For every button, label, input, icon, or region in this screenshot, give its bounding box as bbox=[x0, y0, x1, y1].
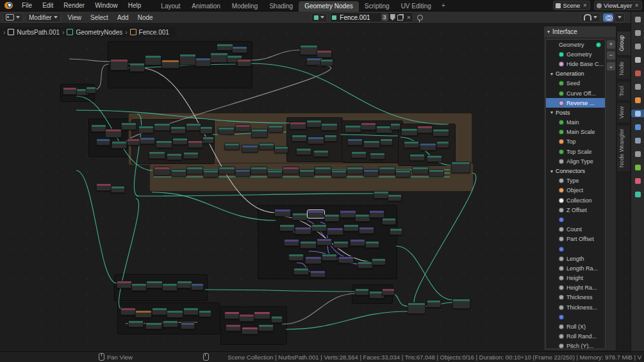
node[interactable] bbox=[404, 141, 419, 148]
node[interactable] bbox=[219, 167, 235, 174]
node[interactable] bbox=[370, 152, 385, 160]
interface-item-geometry[interactable]: Geometry bbox=[546, 49, 605, 59]
node[interactable] bbox=[359, 227, 374, 234]
menu-edit[interactable]: Edit bbox=[37, 0, 58, 12]
node[interactable] bbox=[121, 122, 136, 130]
breadcrumb-item-geometrynodes[interactable]: GeometryNodes bbox=[76, 29, 122, 36]
node[interactable] bbox=[322, 254, 337, 261]
node[interactable] bbox=[145, 322, 162, 329]
workspace-tab-animation[interactable]: Animation bbox=[186, 1, 226, 12]
interface-item-collection[interactable]: Collection bbox=[546, 195, 605, 205]
interface-item-align-type[interactable]: Align Type bbox=[546, 156, 605, 166]
node[interactable] bbox=[345, 125, 361, 133]
node[interactable] bbox=[195, 58, 211, 67]
editor-menu-select[interactable]: Select bbox=[86, 12, 113, 24]
properties-tab-object-data[interactable] bbox=[634, 163, 641, 171]
interface-item-curve-off[interactable]: Curve Off... bbox=[546, 88, 605, 98]
node[interactable] bbox=[427, 155, 442, 162]
snapping-button[interactable] bbox=[581, 13, 600, 22]
editor-menu-view[interactable]: View bbox=[63, 12, 87, 24]
node[interactable] bbox=[135, 310, 152, 318]
editor-type-selector[interactable] bbox=[3, 13, 23, 22]
node[interactable] bbox=[390, 228, 402, 235]
breadcrumb-item-fence-001[interactable]: Fence.001 bbox=[139, 29, 169, 36]
node[interactable] bbox=[374, 191, 389, 199]
node[interactable] bbox=[347, 138, 363, 145]
node[interactable] bbox=[170, 126, 186, 134]
node[interactable] bbox=[127, 138, 141, 145]
node[interactable] bbox=[154, 123, 170, 131]
scene-selector[interactable]: Scene ✕ bbox=[553, 1, 590, 10]
node[interactable] bbox=[279, 224, 295, 231]
node[interactable] bbox=[161, 60, 179, 69]
interface-item-hide-base-c[interactable]: Hide Base C... bbox=[546, 59, 605, 69]
node[interactable] bbox=[380, 138, 393, 145]
node[interactable] bbox=[292, 135, 307, 142]
interface-item-top[interactable]: Top bbox=[546, 137, 605, 147]
node[interactable] bbox=[188, 140, 203, 148]
unlink-node-group-button[interactable]: ✕ bbox=[406, 15, 412, 21]
properties-tab-constraints[interactable] bbox=[634, 150, 641, 158]
node-group-browse-button[interactable] bbox=[311, 13, 327, 22]
node[interactable] bbox=[128, 320, 144, 327]
node[interactable] bbox=[268, 125, 283, 133]
properties-tab-scene[interactable] bbox=[634, 69, 641, 77]
node[interactable] bbox=[311, 224, 327, 231]
node[interactable] bbox=[347, 167, 363, 174]
node[interactable] bbox=[408, 302, 425, 314]
sidebar-tab-node[interactable]: Node bbox=[616, 57, 631, 80]
node[interactable] bbox=[321, 123, 338, 131]
node[interactable] bbox=[310, 270, 326, 277]
node[interactable] bbox=[327, 227, 343, 235]
node[interactable] bbox=[320, 59, 333, 66]
node[interactable] bbox=[363, 140, 380, 148]
node[interactable] bbox=[181, 322, 195, 329]
node[interactable] bbox=[331, 170, 347, 177]
node[interactable] bbox=[283, 167, 299, 174]
node[interactable] bbox=[317, 50, 332, 58]
interface-item-geometry[interactable]: Geometry bbox=[546, 40, 605, 49]
node[interactable] bbox=[365, 241, 379, 248]
node[interactable] bbox=[372, 258, 386, 265]
node[interactable] bbox=[156, 140, 172, 148]
node[interactable] bbox=[96, 183, 111, 191]
node[interactable] bbox=[361, 122, 376, 130]
node[interactable] bbox=[251, 129, 268, 138]
properties-tab-view-layer[interactable] bbox=[634, 56, 641, 63]
node[interactable] bbox=[395, 170, 411, 177]
node[interactable] bbox=[350, 239, 365, 246]
node[interactable] bbox=[254, 311, 270, 319]
interface-item-reverse[interactable]: Reverse ... bbox=[546, 98, 605, 108]
node[interactable] bbox=[224, 311, 240, 319]
node[interactable] bbox=[427, 300, 441, 308]
node[interactable] bbox=[179, 54, 196, 65]
node[interactable] bbox=[340, 210, 356, 218]
node[interactable] bbox=[183, 308, 199, 315]
interface-item-seed[interactable]: Seed bbox=[546, 79, 605, 88]
interface-panel-header[interactable]: ▾ Interface bbox=[544, 26, 616, 38]
menu-window[interactable]: Window bbox=[90, 0, 123, 12]
node[interactable] bbox=[63, 87, 77, 95]
node[interactable] bbox=[131, 283, 147, 291]
workspace-tab-layout[interactable]: Layout bbox=[155, 1, 186, 12]
interface-section-generation[interactable]: ▾Generation bbox=[546, 69, 605, 79]
node[interactable] bbox=[299, 169, 315, 177]
properties-tab-world[interactable] bbox=[634, 83, 641, 90]
node[interactable] bbox=[237, 59, 251, 67]
node[interactable] bbox=[338, 256, 354, 263]
properties-tab-physics[interactable] bbox=[634, 136, 641, 144]
sidebar-tab-tool[interactable]: Tool bbox=[616, 81, 631, 101]
node[interactable] bbox=[258, 324, 274, 331]
menu-file[interactable]: File bbox=[17, 0, 37, 12]
interface-item-top-scale[interactable]: Top Scale bbox=[546, 147, 605, 156]
interface-item-part-offset[interactable]: Part Offset bbox=[546, 234, 605, 244]
menu-render[interactable]: Render bbox=[58, 0, 90, 12]
node[interactable] bbox=[129, 63, 145, 72]
node[interactable] bbox=[96, 138, 110, 145]
remove-socket-button[interactable]: − bbox=[606, 51, 616, 60]
node[interactable] bbox=[343, 224, 359, 231]
node[interactable] bbox=[429, 169, 444, 177]
node[interactable] bbox=[105, 129, 122, 138]
interface-section-posts[interactable]: ▾Posts bbox=[546, 108, 605, 117]
editor-menu-node[interactable]: Node bbox=[133, 12, 158, 24]
